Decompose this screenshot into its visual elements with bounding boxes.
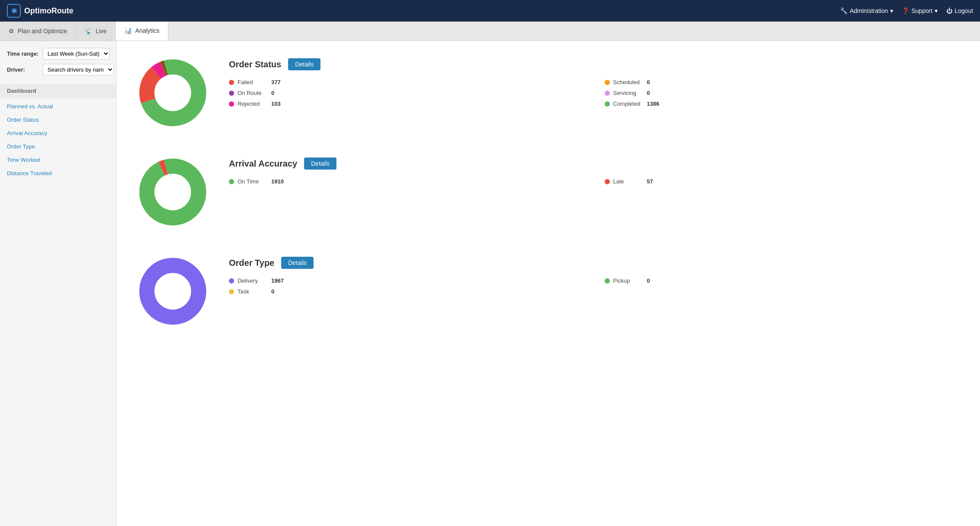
order-type-info: Order Type Details Delivery 1967 Pickup …: [229, 252, 963, 295]
order-status-details-button[interactable]: Details: [288, 58, 320, 70]
live-icon: 📡: [85, 28, 92, 35]
legend-item-task: Task 0: [229, 288, 587, 295]
delivery-value: 1967: [271, 277, 289, 284]
sidebar-item-order-type[interactable]: Order Type: [7, 140, 109, 153]
logout-icon: ⏻: [946, 7, 952, 14]
servicing-dot: [605, 91, 610, 96]
on-time-dot: [229, 179, 234, 184]
arrival-accuracy-donut: [134, 153, 212, 231]
logout-label: Logout: [955, 7, 973, 14]
sidebar-item-order-status[interactable]: Order Status: [7, 113, 109, 126]
completed-value: 1386: [647, 101, 664, 107]
tab-live-label: Live: [95, 28, 107, 35]
admin-label: Administration: [850, 7, 888, 14]
sidebar-item-distance-traveled[interactable]: Distance Traveled: [7, 167, 109, 180]
order-type-title: Order Type: [229, 258, 274, 268]
scheduled-label: Scheduled: [613, 79, 644, 85]
arrival-accuracy-title: Arrival Accuracy: [229, 159, 297, 169]
time-range-row: Time range: Last Week (Sun-Sat): [7, 48, 109, 60]
late-dot: [605, 179, 610, 184]
sidebar-item-planned-vs-actual[interactable]: Planned vs. Actual: [7, 100, 109, 113]
late-label: Late: [613, 178, 644, 185]
order-status-chart: [134, 54, 212, 132]
rejected-dot: [229, 101, 234, 107]
pickup-dot: [605, 278, 610, 283]
task-value: 0: [271, 288, 289, 295]
arrival-accuracy-legend: On Time 1910 Late 57: [229, 178, 963, 185]
order-type-chart: [134, 252, 212, 330]
admin-chevron-icon: ▾: [890, 7, 893, 14]
on-route-label: On Route: [238, 90, 268, 96]
driver-row: Driver: Search drivers by nam: [7, 64, 109, 76]
support-chevron-icon: ▾: [935, 7, 938, 14]
administration-menu[interactable]: 🔧 Administration ▾: [840, 7, 893, 14]
delivery-dot: [229, 278, 234, 283]
svg-point-9: [155, 274, 190, 309]
tab-plan-optimize[interactable]: ⚙ Plan and Optimize: [0, 22, 76, 41]
admin-icon: 🔧: [840, 7, 847, 14]
sidebar-nav: Dashboard Planned vs. Actual Order Statu…: [7, 84, 109, 180]
arrival-accuracy-info: Arrival Accuracy Details On Time 1910 La…: [229, 153, 963, 185]
order-status-info: Order Status Details Failed 377 Schedule…: [229, 54, 963, 107]
logo-text: OptimoRoute: [24, 6, 73, 16]
servicing-value: 0: [647, 90, 664, 96]
completed-label: Completed: [613, 101, 644, 107]
order-type-details-button[interactable]: Details: [281, 257, 314, 269]
logout-button[interactable]: ⏻ Logout: [946, 7, 973, 14]
analytics-icon: 📊: [124, 27, 132, 34]
order-type-title-row: Order Type Details: [229, 257, 963, 269]
logo-icon: ✱: [7, 4, 21, 18]
on-route-dot: [229, 91, 234, 96]
tab-plan-optimize-label: Plan and Optimize: [18, 28, 67, 35]
content-area: Order Status Details Failed 377 Schedule…: [117, 41, 980, 526]
plan-optimize-icon: ⚙: [9, 28, 14, 35]
failed-value: 377: [271, 79, 289, 85]
tab-analytics-label: Analytics: [135, 27, 159, 34]
task-dot: [229, 289, 234, 294]
arrival-accuracy-details-button[interactable]: Details: [304, 157, 336, 170]
order-status-donut: [134, 54, 212, 132]
legend-item-rejected: Rejected 103: [229, 101, 587, 107]
driver-select[interactable]: Search drivers by nam: [43, 64, 114, 76]
legend-item-late: Late 57: [605, 178, 963, 185]
header: ✱ OptimoRoute 🔧 Administration ▾ ❓ Suppo…: [0, 0, 980, 22]
on-time-label: On Time: [238, 178, 268, 185]
pickup-value: 0: [647, 277, 664, 284]
sidebar-item-arrival-accuracy[interactable]: Arrival Accuracy: [7, 126, 109, 140]
pickup-label: Pickup: [613, 277, 644, 284]
tab-live[interactable]: 📡 Live: [76, 22, 116, 41]
delivery-label: Delivery: [238, 277, 268, 284]
failed-dot: [229, 80, 234, 85]
legend-item-on-time: On Time 1910: [229, 178, 587, 185]
arrival-accuracy-section: Arrival Accuracy Details On Time 1910 La…: [134, 153, 963, 231]
legend-item-on-route: On Route 0: [229, 90, 587, 96]
on-time-value: 1910: [271, 178, 289, 185]
sidebar-item-time-worked[interactable]: Time Worked: [7, 153, 109, 167]
tab-analytics[interactable]: 📊 Analytics: [116, 22, 168, 41]
servicing-label: Servicing: [613, 90, 644, 96]
driver-label: Driver:: [7, 66, 39, 73]
legend-item-pickup: Pickup 0: [605, 277, 963, 284]
nav-tabs: ⚙ Plan and Optimize 📡 Live 📊 Analytics: [0, 22, 980, 41]
legend-item-delivery: Delivery 1967: [229, 277, 587, 284]
on-route-value: 0: [271, 90, 289, 96]
rejected-label: Rejected: [238, 101, 268, 107]
order-type-legend: Delivery 1967 Pickup 0 Task 0: [229, 277, 963, 295]
arrival-accuracy-chart: [134, 153, 212, 231]
legend-item-servicing: Servicing 0: [605, 90, 963, 96]
arrival-accuracy-title-row: Arrival Accuracy Details: [229, 157, 963, 170]
failed-label: Failed: [238, 79, 268, 85]
time-range-select[interactable]: Last Week (Sun-Sat): [43, 48, 110, 60]
svg-point-4: [155, 76, 190, 110]
support-label: Support: [911, 7, 932, 14]
support-menu[interactable]: ❓ Support ▾: [902, 7, 938, 14]
sidebar: Time range: Last Week (Sun-Sat) Driver: …: [0, 41, 117, 526]
sidebar-nav-title: Dashboard: [0, 84, 116, 98]
order-status-legend: Failed 377 Scheduled 0 On Route 0: [229, 79, 963, 107]
logo: ✱ OptimoRoute: [7, 4, 73, 18]
scheduled-value: 0: [647, 79, 664, 85]
scheduled-dot: [605, 80, 610, 85]
late-value: 57: [647, 178, 664, 185]
order-status-title: Order Status: [229, 60, 281, 69]
rejected-value: 103: [271, 101, 289, 107]
